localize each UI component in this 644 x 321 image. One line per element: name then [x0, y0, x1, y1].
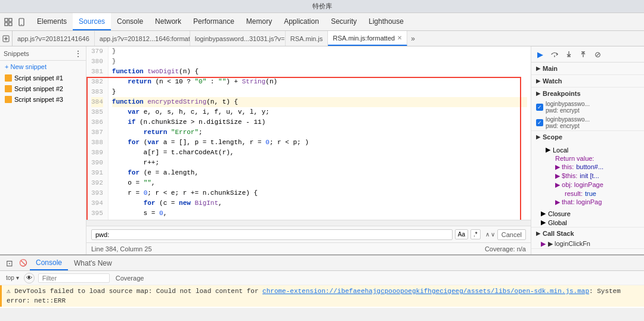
- code-line-386: if (n.chunkSize > n.digitSize - 11): [112, 117, 527, 127]
- local-label: Local: [553, 147, 568, 154]
- clear-console-icon[interactable]: 🚫: [17, 259, 30, 267]
- breakpoint-checkbox-2[interactable]: ✓: [536, 119, 543, 126]
- panel-section-scope: ▶ Scope ▶ Local Return value: ▶ this: bu…: [531, 131, 644, 227]
- deactivate-button[interactable]: ⊘: [591, 48, 604, 61]
- file-tab-login[interactable]: loginbypassword...31031.js?v=006: [190, 31, 286, 46]
- tab-elements[interactable]: Elements: [31, 13, 73, 30]
- svg-rect-0: [5, 18, 8, 21]
- code-line-387: return "Error";: [112, 127, 527, 138]
- step-over-button[interactable]: [548, 48, 561, 61]
- coverage-label: Coverage: [116, 275, 144, 282]
- match-case-button[interactable]: Aa: [455, 229, 468, 239]
- tab-application[interactable]: Application: [278, 13, 325, 30]
- top-label[interactable]: top ▾: [5, 275, 20, 281]
- panel-section-callstack: ▶ Call Stack ▶ ▶ loginClickFn: [531, 227, 644, 249]
- code-line-394: for (c = new BigInt,: [112, 198, 527, 208]
- tab-memory[interactable]: Memory: [240, 13, 278, 30]
- tab-lighthouse[interactable]: Lighthouse: [363, 13, 410, 30]
- code-line-395: s = 0,: [112, 208, 527, 219]
- console-link-1[interactable]: chrome-extension://ibefaeehajgcpooopoegk…: [262, 288, 589, 295]
- tab-network[interactable]: Network: [149, 13, 187, 30]
- breakpoint-checkbox-1[interactable]: ✓: [536, 104, 543, 111]
- local-scope-header[interactable]: ▶ Local: [541, 145, 644, 154]
- code-line-392: o = "",: [112, 178, 527, 188]
- browser-title: 特价库: [312, 2, 332, 11]
- sidebar-menu-icon[interactable]: ⋮: [74, 49, 82, 58]
- scope-that: ▶ that: loginPag: [541, 198, 644, 207]
- snippet-item-2[interactable]: Script snippet #2: [0, 83, 86, 94]
- cursor-position: Line 384, Column 25: [91, 245, 152, 253]
- bottom-left-icon[interactable]: ⊡: [2, 258, 17, 268]
- file-tabs-bar: app.js?v=201812141646 app.js?v=201812...…: [0, 31, 644, 46]
- bottom-area: ⊡ 🚫 Console What's New top ▾ 👁 Coverage …: [0, 254, 644, 308]
- nav-tabs: Elements Sources Console Network Perform…: [0, 13, 644, 31]
- closure-arrow-icon: ▶: [541, 210, 546, 217]
- main-section-header[interactable]: ▶ Main: [531, 63, 644, 74]
- file-tab-controls: [0, 31, 13, 46]
- file-tab-app-js[interactable]: app.js?v=201812141646: [13, 31, 95, 46]
- code-editor[interactable]: 379 380 381 382 383 384 385 386 387 388 …: [86, 46, 531, 220]
- breakpoints-arrow-icon: ▶: [536, 91, 540, 96]
- search-up-icon[interactable]: ∧: [485, 231, 490, 238]
- code-line-389: a[r] = t.charCodeAt(r),: [112, 148, 527, 158]
- new-snippet-button[interactable]: + New snippet: [0, 61, 86, 73]
- tab-whats-new[interactable]: What's New: [68, 257, 118, 270]
- code-line-383: }: [112, 87, 527, 97]
- coverage-status: Coverage: n/a: [485, 245, 526, 253]
- regex-button[interactable]: .*: [470, 229, 481, 239]
- panel-section-breakpoints: ▶ Breakpoints ✓ loginbypasswo...pwd: enc…: [531, 88, 644, 131]
- code-line-390: r++;: [112, 158, 527, 168]
- console-toolbar: top ▾ 👁 Coverage: [0, 271, 644, 285]
- inspect-icon[interactable]: [2, 16, 14, 28]
- new-tab-icon[interactable]: [2, 35, 10, 42]
- scope-arrow-icon: ▶: [536, 134, 540, 140]
- callstack-item-login[interactable]: ▶ ▶ loginClickFn: [531, 239, 644, 248]
- svg-rect-3: [9, 23, 12, 26]
- scope-obj: ▶ obj: loginPage: [541, 180, 644, 189]
- console-filter-input[interactable]: [38, 273, 110, 283]
- more-tabs-icon[interactable]: »: [407, 31, 419, 46]
- horizontal-scrollbar[interactable]: [86, 220, 531, 226]
- svg-rect-1: [9, 18, 12, 21]
- code-lines: } } function twoDigit(n) { return (n < 1…: [109, 46, 531, 220]
- snippet-item-1[interactable]: Script snippet #1: [0, 73, 86, 83]
- breakpoint-text-2: loginbypasswo...pwd: encrypt: [546, 116, 590, 129]
- file-tab-rsa-formatted[interactable]: RSA.min.js:formatted ✕: [328, 31, 407, 46]
- resume-button[interactable]: ▶: [534, 48, 547, 61]
- search-input[interactable]: [91, 229, 453, 240]
- closure-scope-header[interactable]: ▶ Closure: [531, 209, 644, 218]
- snippet-icon-2: [5, 85, 12, 92]
- step-into-button[interactable]: [562, 48, 575, 61]
- cancel-button[interactable]: Cancel: [497, 229, 526, 240]
- scope-this: ▶ this: button#...: [541, 163, 644, 172]
- watch-section-header[interactable]: ▶ Watch: [531, 75, 644, 87]
- tab-security[interactable]: Security: [325, 13, 363, 30]
- breakpoint-item-2[interactable]: ✓ loginbypasswo...pwd: encrypt: [531, 115, 644, 130]
- step-out-button[interactable]: [577, 48, 590, 61]
- code-line-384: function encryptedString(n, t) {: [112, 97, 527, 107]
- snippet-icon-1: [5, 74, 12, 82]
- callstack-section-header[interactable]: ▶ Call Stack: [531, 227, 644, 239]
- code-line-396: f = r + n.chunkSize > e ? e % n.chunkSiz…: [112, 219, 527, 220]
- breakpoint-item-1[interactable]: ✓ loginbypasswo...pwd: encrypt: [531, 99, 644, 115]
- code-line-380: }: [112, 57, 527, 67]
- file-tab-rsa-min[interactable]: RSA.min.js: [286, 31, 328, 46]
- file-tab-app-js-formatted[interactable]: app.js?v=201812...1646:formatted: [95, 31, 190, 46]
- tab-sources[interactable]: Sources: [73, 13, 111, 30]
- global-scope-header[interactable]: ▶ Global: [531, 218, 644, 227]
- sidebar: Snippets ⋮ + New snippet Script snippet …: [0, 46, 86, 254]
- search-down-icon[interactable]: ∨: [491, 231, 495, 238]
- nav-tab-icons: [2, 16, 27, 28]
- global-label: Global: [548, 219, 567, 226]
- panel-section-watch: ▶ Watch: [531, 75, 644, 88]
- right-panel: ▶ ⊘ ▶ Main: [531, 46, 644, 254]
- tab-console[interactable]: Console: [111, 13, 149, 30]
- mobile-icon[interactable]: [16, 16, 27, 28]
- snippet-item-3[interactable]: Script snippet #3: [0, 94, 86, 105]
- eye-icon[interactable]: 👁: [24, 273, 35, 283]
- breakpoints-section-header[interactable]: ▶ Breakpoints: [531, 88, 644, 99]
- scope-section-header[interactable]: ▶ Scope: [531, 131, 644, 143]
- tab-performance[interactable]: Performance: [187, 13, 240, 30]
- tab-console-bottom[interactable]: Console: [30, 256, 68, 270]
- close-tab-icon[interactable]: ✕: [397, 35, 402, 41]
